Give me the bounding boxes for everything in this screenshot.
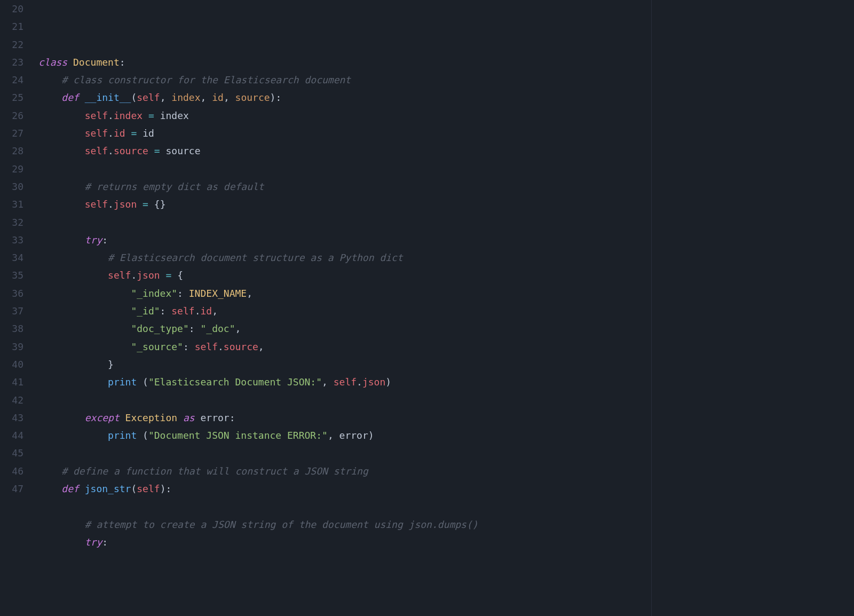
token-attr: source xyxy=(224,341,258,352)
code-editor[interactable]: 2021222324252627282930313233343536373839… xyxy=(0,0,854,616)
token-cmt: # Elasticsearch document structure as a … xyxy=(108,252,403,263)
token-attr: json xyxy=(362,376,385,388)
token-punc: . xyxy=(108,199,114,210)
token-punc xyxy=(137,128,143,139)
line-number: 41 xyxy=(0,373,33,391)
token-kw: class xyxy=(38,57,67,68)
token-punc xyxy=(38,252,108,263)
code-line[interactable]: self.id = id xyxy=(38,124,854,142)
token-punc: ): xyxy=(270,92,282,103)
token-self: self xyxy=(85,199,108,210)
code-line[interactable]: class Document: xyxy=(38,53,854,71)
line-number: 23 xyxy=(0,53,33,71)
token-str: "Elasticsearch Document JSON:" xyxy=(148,376,322,388)
code-line[interactable]: "_index": INDEX_NAME, xyxy=(38,285,854,302)
code-line[interactable]: def json_str(self): xyxy=(38,480,854,497)
code-line[interactable]: "_id": self.id, xyxy=(38,302,854,320)
code-line[interactable]: # class constructor for the Elasticsearc… xyxy=(38,71,854,89)
token-kw: except xyxy=(85,412,120,423)
line-number: 35 xyxy=(0,266,33,284)
code-line[interactable]: # returns empty dict as default xyxy=(38,178,854,195)
token-attr: id xyxy=(200,305,212,317)
line-number: 45 xyxy=(0,444,33,462)
token-punc xyxy=(38,74,61,85)
token-punc: ( xyxy=(137,376,148,388)
token-punc: , xyxy=(258,341,264,352)
token-var: id xyxy=(143,128,154,139)
token-punc: , xyxy=(160,92,172,103)
code-line[interactable]: self.json = {} xyxy=(38,195,854,213)
token-punc: , xyxy=(235,323,241,334)
token-self: self xyxy=(108,270,131,281)
code-line[interactable]: print ("Elasticsearch Document JSON:", s… xyxy=(38,373,854,391)
code-line[interactable]: # define a function that will construct … xyxy=(38,462,854,480)
code-line[interactable]: try: xyxy=(38,231,854,249)
code-line[interactable]: } xyxy=(38,356,854,373)
code-line[interactable]: "_source": self.source, xyxy=(38,338,854,356)
line-number: 36 xyxy=(0,285,33,302)
code-line[interactable] xyxy=(38,214,854,231)
token-param: source xyxy=(235,92,270,103)
token-punc xyxy=(38,412,85,423)
token-punc: ( xyxy=(137,430,148,441)
token-punc xyxy=(38,270,108,281)
token-punc xyxy=(79,483,85,494)
line-number: 33 xyxy=(0,231,33,249)
token-attr: index xyxy=(114,110,143,121)
code-line[interactable]: except Exception as error: xyxy=(38,409,854,427)
code-area[interactable]: class Document: # class constructor for … xyxy=(33,0,854,616)
token-punc: , xyxy=(328,430,339,441)
code-line[interactable]: self.source = source xyxy=(38,142,854,160)
token-self: self xyxy=(137,483,160,494)
token-punc xyxy=(38,288,131,299)
token-punc: : xyxy=(189,323,201,334)
token-punc xyxy=(38,145,85,156)
line-number: 39 xyxy=(0,338,33,356)
token-punc xyxy=(154,110,160,121)
code-line[interactable]: try: xyxy=(38,533,854,551)
code-line[interactable] xyxy=(38,444,854,462)
token-punc xyxy=(38,181,85,192)
token-punc xyxy=(38,536,85,548)
token-punc: . xyxy=(218,341,224,352)
code-line[interactable]: def __init__(self, index, id, source): xyxy=(38,89,854,106)
line-number: 25 xyxy=(0,89,33,106)
code-line[interactable]: print ("Document JSON instance ERROR:", … xyxy=(38,427,854,444)
code-line[interactable] xyxy=(38,391,854,409)
token-kw: def xyxy=(61,483,79,494)
token-punc xyxy=(38,234,85,246)
token-punc: : xyxy=(177,288,189,299)
line-number: 38 xyxy=(0,320,33,337)
line-number: 46 xyxy=(0,462,33,480)
token-param: id xyxy=(212,92,224,103)
token-punc: : xyxy=(230,412,235,423)
token-punc xyxy=(38,341,131,352)
code-line[interactable]: # attempt to create a JSON string of the… xyxy=(38,516,854,533)
token-op: = xyxy=(148,110,154,121)
token-punc xyxy=(125,128,131,139)
token-punc: , xyxy=(201,92,212,103)
token-cmt: # define a function that will construct … xyxy=(61,465,368,477)
code-line[interactable] xyxy=(38,497,854,515)
token-punc xyxy=(143,110,148,121)
code-line[interactable]: # Elasticsearch document structure as a … xyxy=(38,249,854,266)
token-punc: , xyxy=(247,288,252,299)
line-number: 37 xyxy=(0,302,33,320)
token-punc xyxy=(38,483,61,494)
token-str: "_source" xyxy=(131,341,183,352)
token-punc xyxy=(160,270,166,281)
token-punc: } xyxy=(38,359,114,370)
code-line[interactable]: self.index = index xyxy=(38,107,854,124)
token-punc xyxy=(79,92,85,103)
token-self: self xyxy=(85,110,108,121)
line-number: 30 xyxy=(0,178,33,195)
code-line[interactable]: self.json = { xyxy=(38,266,854,284)
line-number: 21 xyxy=(0,18,33,35)
line-number: 24 xyxy=(0,71,33,89)
token-cmt: # class constructor for the Elasticsearc… xyxy=(61,74,351,85)
token-punc: . xyxy=(357,376,362,388)
code-line[interactable]: "doc_type": "_doc", xyxy=(38,320,854,337)
token-cmt: # returns empty dict as default xyxy=(85,181,264,192)
code-line[interactable] xyxy=(38,160,854,178)
token-punc xyxy=(120,412,125,423)
